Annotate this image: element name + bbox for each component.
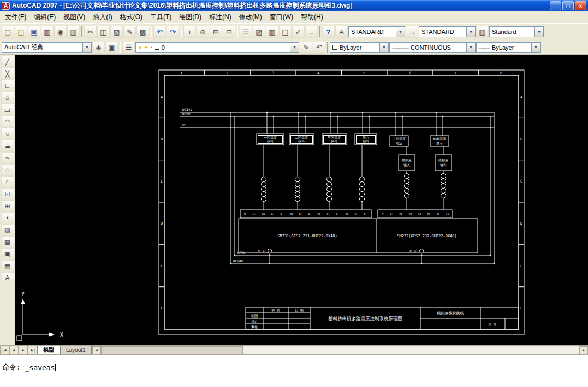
layer-properties-button[interactable]: ☰ (122, 42, 135, 54)
table-style-icon[interactable]: ▦ (476, 26, 489, 38)
publish-button[interactable]: ▦ (67, 26, 80, 38)
quickcalc-button[interactable]: ≡ (305, 26, 318, 38)
arc-button[interactable]: ◠ (1, 116, 14, 128)
construction-line-button[interactable]: ╳ (1, 68, 14, 80)
make-block-button[interactable]: ⊞ (1, 200, 14, 212)
close-button[interactable]: × (575, 1, 586, 10)
sheetset-manager-button[interactable]: ▤ (279, 26, 292, 38)
plot-button[interactable]: ▥ (41, 26, 54, 38)
linetype-select[interactable]: ———CONTINUOUS ▼ (389, 42, 476, 53)
menu-view[interactable]: 视图(V) (60, 11, 89, 24)
undo-button[interactable]: ↶ (153, 26, 166, 38)
polygon-button[interactable]: ⌂ (1, 92, 14, 104)
chevron-down-icon[interactable]: ▼ (531, 43, 540, 52)
prev-layout-button[interactable]: ◄ (9, 346, 19, 354)
color-select[interactable]: ByLayer ▼ (330, 42, 389, 53)
properties-button[interactable]: ☰ (240, 26, 252, 38)
table-style-select[interactable]: Standard ▼ (489, 26, 544, 37)
chevron-down-icon[interactable]: ▼ (534, 27, 543, 37)
scroll-right-button[interactable]: ► (579, 346, 588, 354)
chevron-down-icon[interactable]: ▼ (379, 43, 388, 52)
workspace-settings-button[interactable]: ◈ (92, 42, 105, 54)
designcenter-button[interactable]: ▨ (253, 26, 265, 38)
layer-previous-button[interactable]: ↶ (313, 42, 325, 54)
last-layout-button[interactable]: ►| (28, 346, 37, 354)
markup-button[interactable]: ✓ (292, 26, 305, 38)
next-layout-button[interactable]: ► (19, 346, 28, 354)
minimize-button[interactable]: _ (550, 1, 561, 10)
spline-button[interactable]: ~ (1, 152, 14, 164)
revcloud-button[interactable]: ☁ (1, 140, 14, 152)
separator[interactable] (236, 26, 239, 38)
dim-style-select[interactable]: STANDARD ▼ (419, 26, 476, 37)
gradient-button[interactable]: ▩ (1, 236, 14, 248)
menu-format[interactable]: 格式(O) (116, 11, 146, 24)
cut-button[interactable]: ✂ (84, 26, 97, 38)
new-button[interactable]: ▢ (2, 26, 14, 38)
zoom-realtime-button[interactable]: ⊕ (197, 26, 209, 38)
make-layer-current-button[interactable]: ✎ (300, 42, 312, 54)
menu-tools[interactable]: 工具(T) (146, 11, 175, 24)
first-layout-button[interactable]: |◄ (0, 346, 9, 354)
chevron-down-icon[interactable]: ▼ (396, 27, 405, 37)
command-line[interactable]: 命令: _saveas (0, 362, 588, 372)
region-button[interactable]: ▣ (1, 248, 14, 260)
lineweight-select[interactable]: ——ByLayer ▼ (476, 42, 541, 53)
scrollbar-track[interactable] (243, 346, 579, 354)
menu-draw[interactable]: 绘图(D) (175, 11, 205, 24)
chevron-down-icon[interactable]: ▼ (466, 27, 475, 37)
horizontal-scrollbar[interactable]: ◄ ► (92, 346, 588, 354)
separator[interactable] (318, 26, 322, 38)
command-window[interactable]: 命令: _saveas (0, 354, 588, 387)
text-style-icon[interactable]: A (335, 26, 348, 38)
chevron-down-icon[interactable]: ▼ (290, 43, 299, 52)
ellipse-button[interactable]: ◌ (1, 164, 14, 176)
dim-style-icon[interactable]: ↔ (406, 26, 418, 38)
menu-window[interactable]: 窗口(W) (266, 11, 297, 24)
rectangle-button[interactable]: ▭ (1, 104, 14, 116)
point-button[interactable]: • (1, 212, 14, 224)
match-properties-button[interactable]: ✎ (123, 26, 136, 38)
chevron-down-icon[interactable]: ▼ (466, 43, 475, 52)
open-button[interactable]: ▤ (15, 26, 27, 38)
ellipse-arc-button[interactable]: ◜ (1, 176, 14, 188)
menu-file[interactable]: 文件(F) (1, 11, 30, 24)
polyline-button[interactable]: ∟ (1, 80, 14, 92)
hatch-button[interactable]: ▨ (1, 224, 14, 236)
menu-modify[interactable]: 修改(M) (235, 11, 266, 24)
separator[interactable] (80, 26, 84, 38)
drawing-canvas[interactable]: 1 2 3 4 5 6 7 8 A B C D E F A B C (15, 55, 588, 345)
zoom-window-button[interactable]: ⊞ (210, 26, 222, 38)
scroll-left-button[interactable]: ◄ (92, 346, 101, 354)
pan-button[interactable]: + (183, 26, 196, 38)
command-input[interactable] (21, 363, 25, 372)
workspace-select[interactable]: AutoCAD 经典 ▼ (2, 42, 92, 53)
save-workspace-button[interactable]: ▣ (105, 42, 118, 54)
menu-insert[interactable]: 插入(I) (89, 11, 116, 24)
table-button[interactable]: ▦ (1, 260, 14, 272)
block-editor-button[interactable]: ▩ (136, 26, 149, 38)
plot-preview-button[interactable]: ◉ (54, 26, 67, 38)
command-input-text[interactable]: _saveas (25, 363, 55, 372)
restore-button[interactable]: □ (562, 1, 574, 10)
zoom-previous-button[interactable]: ⊟ (223, 26, 235, 38)
tab-layout1[interactable]: Layout1 (60, 346, 92, 354)
menu-dimension[interactable]: 标注(N) (205, 11, 235, 24)
separator[interactable] (180, 26, 183, 38)
tab-model[interactable]: 模型 (37, 346, 60, 354)
copy-button[interactable]: ◫ (97, 26, 110, 38)
line-button[interactable]: ╱ (1, 56, 14, 68)
separator[interactable] (150, 26, 153, 38)
text-style-select[interactable]: STANDARD ▼ (348, 26, 405, 37)
save-button[interactable]: ▣ (28, 26, 40, 38)
menu-help[interactable]: 帮助(H) (297, 11, 327, 24)
mtext-button[interactable]: A (1, 272, 14, 284)
redo-button[interactable]: ↷ (167, 26, 179, 38)
help-button[interactable]: ? (322, 26, 335, 38)
insert-block-button[interactable]: ⊡ (1, 188, 14, 200)
scrollbar-thumb[interactable] (101, 346, 243, 354)
paste-button[interactable]: ▧ (110, 26, 123, 38)
tool-palettes-button[interactable]: ▥ (266, 26, 278, 38)
layer-select[interactable]: ●☀▪ 0 ▼ (135, 42, 299, 53)
menu-edit[interactable]: 编辑(E) (30, 11, 60, 24)
